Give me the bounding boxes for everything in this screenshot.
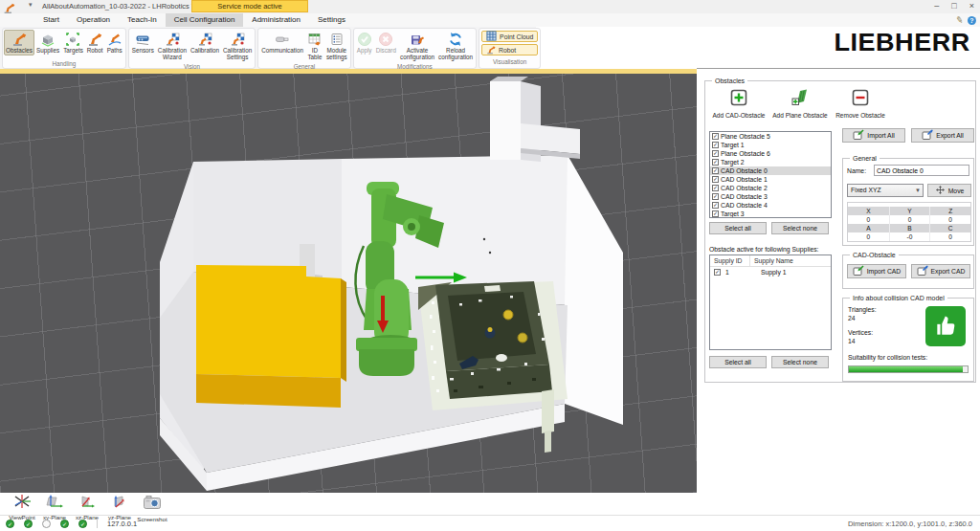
plane-xz-icon [77,494,98,513]
checkbox[interactable]: ✓ [714,269,721,276]
ribbon-group-handling: Obstacles Supplies Targets Robot PathsHa… [2,28,126,69]
ribbon-button-calibration[interactable]: Calibration [189,30,221,55]
tab-teach-in[interactable]: Teach-In [119,13,166,27]
ribbon-button-id-table[interactable]: ID Table [305,30,324,62]
obstacle-list[interactable]: ✓Plane Obstacle 5✓Target 1✓Plane Obstacl… [709,131,832,218]
ribbon-button-supplies[interactable]: Supplies [34,30,61,55]
import-cad-icon [853,265,864,277]
supplies-col-name: Supply Name [750,257,793,264]
checkbox[interactable]: ✓ [712,142,719,148]
close-button[interactable]: × [969,0,974,11]
plane-xy-icon [44,494,65,513]
obstacle-list-item[interactable]: ✓Plane Obstacle 6 [710,149,831,158]
coordinate-mode-dropdown[interactable]: Fixed XYZ ▼ [847,184,924,197]
supplies-select-none-button[interactable]: Select none [771,356,829,368]
pose-table[interactable]: XYZ000ABC0-00 [847,202,971,242]
tab-settings[interactable]: Settings [309,13,354,27]
suitability-label: Suitability for collision tests: [848,354,927,361]
obstacle-list-item[interactable]: ✓Plane Obstacle 5 [710,132,831,141]
obstacle-list-item[interactable]: ✓CAD Obstacle 2 [710,184,831,192]
checkbox[interactable]: ✓ [712,185,719,191]
vertices-value: 14 [848,338,856,344]
obstacle-name-input[interactable] [874,165,969,176]
obstacle-list-item[interactable]: ✓CAD Obstacle 1 [710,175,831,184]
liebherr-logo: LIEBHERR [835,29,970,56]
export-cad-button[interactable]: Export CAD [911,264,970,278]
ribbon-group-label: Visualisation [479,57,540,66]
robot-orange-icon [87,32,102,47]
maximize-button[interactable]: □ [951,0,956,11]
add-plane-obstacle-button[interactable]: Add Plane Obstacle [770,89,830,119]
bottom-bar: ViewPoint xy-Plane xz-Plane yz-Plane Scr… [0,493,980,531]
ribbon-button-sensors[interactable]: Sensors [130,30,156,55]
ribbon-button-activate-configuration[interactable]: Activate configuration [398,30,436,62]
ribbon-button-calibration-wizard[interactable]: Calibration Wizard [156,30,189,62]
tab-administration[interactable]: Administration [243,13,309,27]
checkbox[interactable]: ✓ [712,167,719,174]
ribbon-button-paths[interactable]: Paths [105,30,124,55]
supplies-caption: Obstacle active for following Supplies: [709,246,818,253]
robot-orange-small-icon [486,45,496,55]
tabrow-right: ✎ ? [956,13,976,27]
save-robot-icon [410,32,425,47]
import-all-button[interactable]: Import All [842,128,905,143]
obstacle-list-item[interactable]: ✓CAD Obstacle 3 [710,192,831,201]
help-icon[interactable]: ? [968,16,976,25]
checkbox[interactable]: ✓ [712,176,719,183]
ribbon-button-targets[interactable]: Targets [61,30,85,55]
thumbs-up-icon [925,306,966,346]
obstacle-list-item[interactable]: ✓CAD Obstacle 0 [710,166,831,175]
move-button[interactable]: Move [927,184,971,197]
obstacles-select-all-button[interactable]: Select all [709,222,767,234]
ribbon-button-communication[interactable]: Communication [259,30,305,55]
application-window: ▾ AllAboutAutomation_10-03-2022 - LHRobo… [0,0,980,531]
import-cad-button[interactable]: Import CAD [847,264,906,278]
tab-cell-configuration[interactable]: Cell Configuration [166,13,244,27]
ribbon-button-discard: Discard [374,30,398,55]
obstacle-list-item[interactable]: ✓Target 2 [710,158,831,166]
calibration-icon [165,32,180,47]
supplies-list[interactable]: Supply ID Supply Name ✓1Supply 1 [709,254,832,350]
status-divider [0,515,980,516]
suitability-progress [848,365,969,373]
ribbon-button-calibration-settings[interactable]: Calibration Settings [221,30,254,62]
checkbox[interactable]: ✓ [712,193,719,200]
checkbox[interactable]: ✓ [712,210,719,217]
title-bar: ▾ AllAboutAutomation_10-03-2022 - LHRobo… [0,0,980,13]
triangles-value: 24 [848,315,856,321]
tab-start[interactable]: Start [34,13,68,27]
add-cad-obstacle-button[interactable]: Add CAD-Obstacle [709,89,768,119]
viewport-3d-scene [0,74,697,493]
checkbox[interactable]: ✓ [712,159,719,166]
toggle-point-cloud[interactable]: Point Cloud [481,31,538,42]
status-indicator-ok: ✓ [78,520,87,528]
obstacles-select-none-button[interactable]: Select none [771,222,829,234]
export-all-button[interactable]: Export All [911,128,974,143]
minimize-button[interactable]: – [934,0,939,11]
ribbon-button-robot[interactable]: Robot [85,30,105,55]
toggle-robot[interactable]: Robot [481,44,538,55]
viewport-tool-screenshot[interactable]: Screenshot [136,494,168,522]
edit-pencil-icon[interactable]: ✎ [956,14,965,25]
quick-access-caret-icon[interactable]: ▾ [29,1,33,9]
obstacle-list-item[interactable]: ✓Target 3 [710,210,831,218]
ribbon-button-obstacles[interactable]: Obstacles [4,30,34,55]
chevron-down-icon: ▼ [915,185,921,196]
ribbon-button-reload-configuration[interactable]: Reload configuration [436,30,475,62]
x-circle-icon [378,32,393,47]
checkbox[interactable]: ✓ [712,150,719,157]
ribbon-button-module-settings[interactable]: Module settings [324,30,349,62]
triangles-label: Triangles: [848,306,877,313]
export-icon [922,129,933,142]
yellow-platform [196,265,346,408]
obstacle-list-item[interactable]: ✓CAD Obstacle 4 [710,201,831,210]
checkbox[interactable]: ✓ [712,202,719,209]
remove-obstacle-button[interactable]: Remove Obstacle [831,89,890,119]
checkbox[interactable]: ✓ [712,133,719,140]
supplies-select-all-button[interactable]: Select all [709,356,767,368]
supply-row[interactable]: ✓1Supply 1 [710,267,831,277]
tab-operation[interactable]: Operation [68,13,119,27]
app-icon [3,1,20,13]
obstacle-list-item[interactable]: ✓Target 1 [710,141,831,149]
viewport-3d[interactable] [0,74,697,493]
